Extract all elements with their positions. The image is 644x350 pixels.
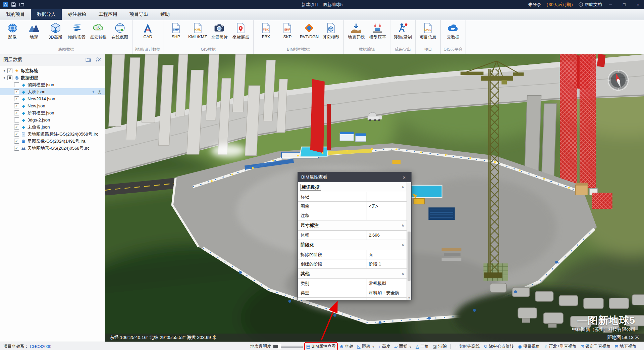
property-value[interactable]: 常规模型	[367, 279, 407, 288]
tab-engineering[interactable]: 工程应用	[93, 9, 123, 20]
property-value[interactable]: 无	[367, 250, 407, 259]
cloud-data-button[interactable]: 云数据	[443, 22, 464, 41]
north-vertical-view-button[interactable]: ⇧正北+垂直视角	[543, 343, 577, 350]
chevron-down-icon[interactable]: ∨	[409, 345, 412, 348]
property-value[interactable]	[367, 211, 407, 220]
expander-icon[interactable]: ▾	[2, 76, 7, 80]
property-value[interactable]: 材料加工安全防.	[367, 288, 407, 297]
locate-target-icon[interactable]: ◎	[98, 90, 101, 94]
layer-checkbox[interactable]: ✓	[14, 146, 19, 151]
panorama-button[interactable]: 全景照片	[209, 22, 230, 41]
scrollbar-thumb[interactable]	[408, 232, 411, 281]
collapse-icon[interactable]: ∧	[401, 243, 404, 247]
layer-checkbox[interactable]	[14, 117, 19, 122]
move-icon[interactable]: +	[92, 90, 95, 94]
minimize-button[interactable]: ─	[605, 0, 616, 9]
tab-my-projects[interactable]: 我的项目	[0, 9, 31, 20]
lock-vertical-view-button[interactable]: ⊡锁定垂直视角	[580, 343, 611, 350]
maximize-button[interactable]: □	[619, 0, 630, 9]
collapse-icon[interactable]: ∧	[401, 223, 404, 228]
pointcloud-button[interactable]: 点云转换	[88, 22, 109, 41]
roam-button[interactable]: 漫游/录制	[392, 22, 413, 41]
rvt-button[interactable]: RVT/DGN	[299, 22, 320, 40]
layer-checkbox[interactable]: ✓	[14, 139, 19, 144]
layer-item-6[interactable]: ✓◆所有模型.json	[0, 109, 105, 116]
coord-point-button[interactable]: 坐标展点	[230, 22, 251, 41]
triangle-button[interactable]: △三角	[415, 343, 429, 350]
tab-help[interactable]: 帮助	[154, 9, 176, 20]
slider-handle[interactable]	[278, 344, 281, 349]
bim-section-header[interactable]: 标识数据∧	[298, 182, 407, 192]
locate-edit-icon[interactable]	[95, 57, 101, 63]
layer-item-1[interactable]: ▾数据图层	[0, 74, 105, 81]
help-doc-button[interactable]: ? 帮助文档	[578, 2, 602, 8]
login-status[interactable]: 未登录	[528, 2, 541, 8]
project-info-button[interactable]: Logo项目信息	[418, 22, 438, 41]
tab-project-export[interactable]: 项目导出	[123, 9, 154, 20]
area-button[interactable]: ▱面积∨	[394, 343, 412, 350]
layer-item-9[interactable]: ✓天地图道路标注-GS(2024)0568号.lrc	[0, 131, 105, 138]
chevron-down-icon[interactable]: ∨	[372, 345, 374, 348]
gauss3d-button[interactable]: 3D3D高斯	[45, 22, 66, 41]
layer-item-10[interactable]: ✓星图影像-GS(2024)1491号.lra	[0, 138, 105, 145]
layer-checkbox[interactable]: ✓	[7, 68, 12, 73]
layer-item-0[interactable]: ▾✓★标注标绘	[0, 67, 105, 74]
bim-section-header[interactable]: 尺寸标注∧	[298, 220, 407, 231]
shp-button[interactable]: SHPSHP	[165, 22, 186, 40]
flatten-button[interactable]: 模型压平	[367, 22, 388, 41]
scroll-down-icon[interactable]: ∨	[407, 296, 411, 299]
realtime-contour-button[interactable]: ≈实时等高线	[454, 343, 480, 350]
project-view-button[interactable]: ◉项目视角	[517, 343, 540, 350]
close-icon[interactable]: ×	[400, 174, 408, 180]
other-model-button[interactable]: 其它模型	[321, 22, 341, 41]
surface-opacity-slider[interactable]	[273, 344, 303, 349]
bim-scrollbar[interactable]: ∨	[407, 182, 411, 300]
property-value[interactable]: <无>	[367, 202, 407, 211]
property-value[interactable]: 阶段 1	[367, 259, 407, 268]
close-button[interactable]: ×	[633, 0, 643, 9]
bim-section-header[interactable]: 其他∧	[298, 269, 407, 279]
terrain-button[interactable]: 地形	[23, 22, 44, 41]
rotate-around-center-button[interactable]: ↻绕中心点旋转	[483, 343, 515, 350]
save-icon[interactable]	[11, 2, 16, 7]
layer-checkbox[interactable]	[7, 75, 12, 80]
skp-button[interactable]: SKPSKP	[277, 22, 298, 40]
compass[interactable]	[607, 69, 629, 91]
layer-checkbox[interactable]: ✓	[14, 110, 19, 115]
kml-button[interactable]: KMLKML/KMZ	[187, 22, 208, 40]
property-value[interactable]: 2.696	[367, 231, 407, 240]
online-basemap-button[interactable]: 在线底图	[109, 22, 130, 41]
layer-item-7[interactable]: ◆3dgs-2.json	[0, 116, 105, 123]
clear-button[interactable]: ◪清除	[432, 343, 447, 350]
open-folder-icon[interactable]	[19, 2, 24, 7]
excavate-button[interactable]: 地表开挖	[346, 22, 367, 41]
oblique-button[interactable]: 倾斜/实景	[66, 22, 87, 41]
expander-icon[interactable]: ▾	[2, 69, 7, 72]
property-value[interactable]: 213973	[367, 298, 407, 300]
layer-item-11[interactable]: ✓天地图地形-GS(2024)0568号.lrc	[0, 145, 105, 152]
layer-checkbox[interactable]: ✓	[14, 89, 19, 94]
layer-item-5[interactable]: ✓◆New.json	[0, 102, 105, 109]
tab-annotate[interactable]: 标注标绘	[62, 9, 93, 20]
underground-view-button[interactable]: ⊟地下视角	[614, 343, 637, 350]
new-group-icon[interactable]	[85, 57, 91, 63]
layer-item-2[interactable]: ◆倾斜模型.json	[0, 81, 105, 88]
collapse-icon[interactable]: ∧	[401, 271, 404, 276]
crs-value[interactable]: CGCS2000	[30, 344, 51, 349]
bim-section-header[interactable]: 阶段化∧	[298, 240, 407, 250]
bim-panel-header[interactable]: BIM属性查看 ×	[298, 172, 411, 182]
collapse-icon[interactable]: ∧	[401, 185, 404, 189]
tab-data-import[interactable]: 数据导入	[31, 9, 62, 20]
layer-checkbox[interactable]: ✓	[14, 124, 19, 130]
cad-button[interactable]: CAD	[138, 22, 158, 40]
coordinate-button[interactable]: ⊕坐标	[339, 343, 354, 350]
layer-checkbox[interactable]: ✓	[14, 132, 19, 137]
distance-button[interactable]: ◺距离∨	[357, 343, 375, 350]
layer-checkbox[interactable]: ✓	[14, 96, 19, 101]
property-value[interactable]	[367, 192, 407, 201]
fbx-button[interactable]: FBXFBX	[256, 22, 276, 40]
layer-item-8[interactable]: ✓◆未命名.json	[0, 123, 105, 131]
layer-checkbox[interactable]: ✓	[14, 103, 19, 108]
bim-attribute-view-button[interactable]: ▤BIM属性查看	[306, 343, 337, 350]
height-button[interactable]: ↕高度	[378, 343, 391, 350]
